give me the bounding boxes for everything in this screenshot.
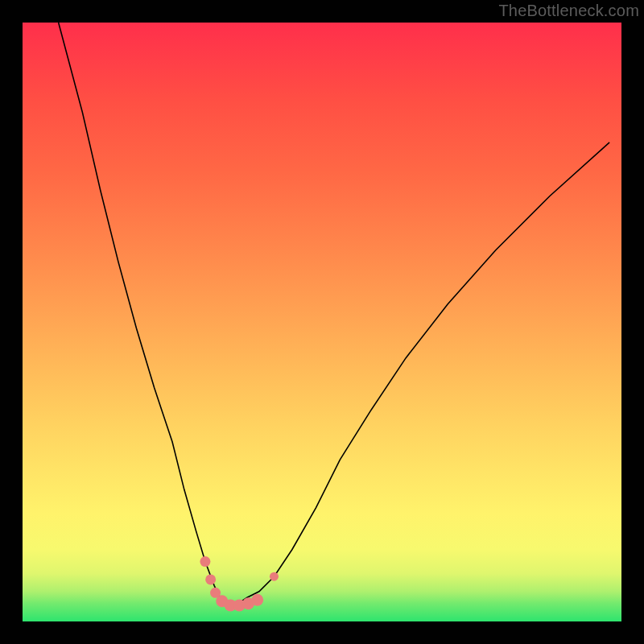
bottleneck-curve: [59, 23, 609, 606]
watermark-text: TheBottleneck.com: [498, 2, 639, 20]
marker-dot: [200, 556, 210, 567]
marker-dot: [270, 572, 279, 581]
chart-svg: [23, 23, 621, 621]
marker-dot: [251, 594, 263, 606]
plot-area: [23, 23, 621, 621]
outer-frame: TheBottleneck.com: [0, 0, 644, 644]
marker-dot: [205, 574, 216, 584]
